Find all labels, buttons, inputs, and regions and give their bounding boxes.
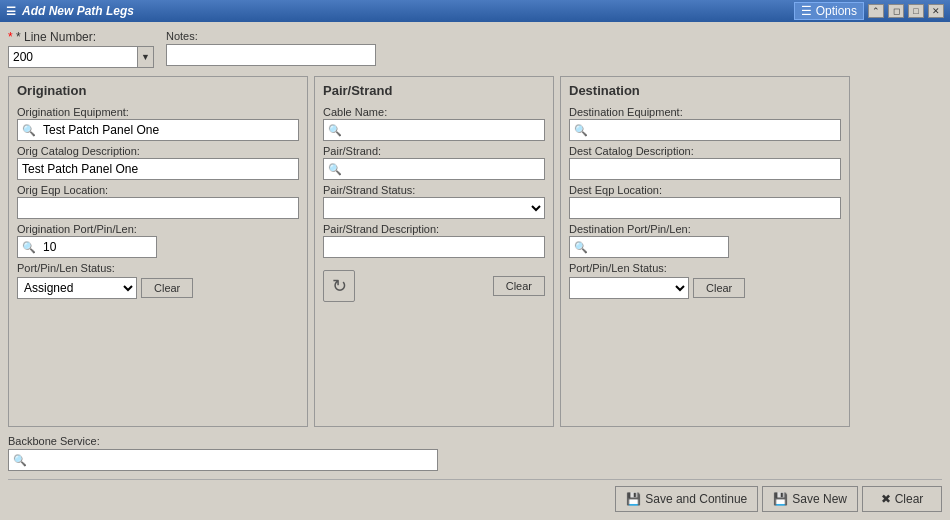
dest-port-search-icon: 🔍 [574, 241, 588, 254]
cable-name-field: Cable Name: 🔍 [323, 106, 545, 141]
dest-clear-button[interactable]: Clear [693, 278, 745, 298]
cable-name-input-wrap[interactable]: 🔍 [323, 119, 545, 141]
pair-actions-row: ↻ Clear [323, 270, 545, 302]
dest-location-field: Dest Eqp Location: [569, 184, 841, 219]
origination-title: Origination [17, 83, 299, 98]
dest-port-input[interactable] [591, 237, 749, 257]
line-number-group: * * Line Number: ▼ [8, 30, 154, 68]
save-continue-button[interactable]: 💾 Save and Continue [615, 486, 758, 512]
save-new-button[interactable]: 💾 Save New [762, 486, 858, 512]
orig-port-input-wrap[interactable]: 🔍 [17, 236, 157, 258]
notes-label: Notes: [166, 30, 376, 42]
orig-catalog-label: Orig Catalog Description: [17, 145, 299, 157]
destination-title: Destination [569, 83, 841, 98]
pair-input-wrap[interactable]: 🔍 [323, 158, 545, 180]
backbone-section: Backbone Service: 🔍 [8, 435, 942, 471]
pair-input[interactable] [345, 159, 540, 179]
dest-port-label: Destination Port/Pin/Len: [569, 223, 841, 235]
notes-group: Notes: [166, 30, 376, 66]
backbone-input-wrap[interactable]: 🔍 [8, 449, 438, 471]
dest-equip-label: Destination Equipment: [569, 106, 841, 118]
orig-status-row: Assigned Available Reserved Clear [17, 277, 299, 299]
footer: 💾 Save and Continue 💾 Save New ✖ Clear [8, 479, 942, 512]
orig-port-field: Origination Port/Pin/Len: 🔍 [17, 223, 299, 258]
pair-strand-title: Pair/Strand [323, 83, 545, 98]
maximize-button[interactable]: □ [908, 4, 924, 18]
destination-section: Destination Destination Equipment: 🔍 Des… [560, 76, 850, 427]
required-star: * [8, 30, 16, 44]
window-title: Add New Path Legs [22, 4, 134, 18]
orig-status-label: Port/Pin/Len Status: [17, 262, 299, 274]
pair-desc-input[interactable] [323, 236, 545, 258]
orig-status-select[interactable]: Assigned Available Reserved [17, 277, 137, 299]
save-new-icon: 💾 [773, 492, 788, 506]
notes-input[interactable] [166, 44, 376, 66]
save-continue-icon: 💾 [626, 492, 641, 506]
restore-button[interactable]: ◻ [888, 4, 904, 18]
dest-equip-input-wrap[interactable]: 🔍 [569, 119, 841, 141]
window-icon: ☰ [6, 5, 16, 18]
orig-equip-field: Origination Equipment: 🔍 [17, 106, 299, 141]
line-number-input[interactable] [8, 46, 138, 68]
orig-location-field: Orig Eqp Location: [17, 184, 299, 219]
dest-location-label: Dest Eqp Location: [569, 184, 841, 196]
dest-status-row: Assigned Available Reserved Clear [569, 277, 841, 299]
orig-port-search-icon: 🔍 [22, 241, 36, 254]
pair-label: Pair/Strand: [323, 145, 545, 157]
line-number-input-wrap: ▼ [8, 46, 154, 68]
orig-equip-input[interactable] [39, 120, 294, 140]
origination-section: Origination Origination Equipment: 🔍 Ori… [8, 76, 308, 427]
orig-equip-label: Origination Equipment: [17, 106, 299, 118]
top-fields: * * Line Number: ▼ Notes: [8, 30, 942, 68]
dest-status-label: Port/Pin/Len Status: [569, 262, 841, 274]
orig-port-input[interactable] [39, 237, 197, 257]
pair-clear-button[interactable]: Clear [493, 276, 545, 296]
sections-row: Origination Origination Equipment: 🔍 Ori… [8, 76, 942, 427]
orig-equip-input-wrap[interactable]: 🔍 [17, 119, 299, 141]
dest-status-select[interactable]: Assigned Available Reserved [569, 277, 689, 299]
pair-field: Pair/Strand: 🔍 [323, 145, 545, 180]
footer-clear-button[interactable]: ✖ Clear [862, 486, 942, 512]
dest-catalog-label: Dest Catalog Description: [569, 145, 841, 157]
orig-status-field: Port/Pin/Len Status: Assigned Available … [17, 262, 299, 299]
orig-location-input[interactable] [17, 197, 299, 219]
refresh-button[interactable]: ↻ [323, 270, 355, 302]
orig-catalog-input[interactable] [17, 158, 299, 180]
dest-location-input[interactable] [569, 197, 841, 219]
minimize-button[interactable]: ⌃ [868, 4, 884, 18]
pair-desc-label: Pair/Strand Description: [323, 223, 545, 235]
options-icon: ☰ [801, 4, 812, 18]
dest-catalog-field: Dest Catalog Description: [569, 145, 841, 180]
dest-equip-search-icon: 🔍 [574, 124, 588, 137]
pair-status-select[interactable]: Assigned Available Reserved [323, 197, 545, 219]
pair-status-label: Pair/Strand Status: [323, 184, 545, 196]
dest-port-field: Destination Port/Pin/Len: 🔍 [569, 223, 841, 258]
pair-strand-section: Pair/Strand Cable Name: 🔍 Pair/Strand: 🔍… [314, 76, 554, 427]
title-bar-left: ☰ Add New Path Legs [6, 4, 134, 18]
dest-catalog-input[interactable] [569, 158, 841, 180]
orig-port-label: Origination Port/Pin/Len: [17, 223, 299, 235]
dest-equip-input[interactable] [591, 120, 836, 140]
line-number-spinner[interactable]: ▼ [138, 46, 154, 68]
main-content: * * Line Number: ▼ Notes: Origination Or… [0, 22, 950, 520]
dest-port-input-wrap[interactable]: 🔍 [569, 236, 729, 258]
orig-location-label: Orig Eqp Location: [17, 184, 299, 196]
pair-status-field: Pair/Strand Status: Assigned Available R… [323, 184, 545, 219]
backbone-input[interactable] [30, 449, 433, 471]
close-button[interactable]: ✕ [928, 4, 944, 18]
line-number-label: * * Line Number: [8, 30, 154, 44]
backbone-label: Backbone Service: [8, 435, 942, 447]
footer-clear-icon: ✖ [881, 492, 891, 506]
pair-search-icon: 🔍 [328, 163, 342, 176]
orig-equip-search-icon: 🔍 [22, 124, 36, 137]
dest-status-field: Port/Pin/Len Status: Assigned Available … [569, 262, 841, 299]
cable-search-icon: 🔍 [328, 124, 342, 137]
title-bar: ☰ Add New Path Legs ☰ Options ⌃ ◻ □ ✕ [0, 0, 950, 22]
title-bar-right: ☰ Options ⌃ ◻ □ ✕ [794, 2, 944, 20]
orig-catalog-field: Orig Catalog Description: [17, 145, 299, 180]
cable-name-input[interactable] [345, 120, 540, 140]
orig-clear-button[interactable]: Clear [141, 278, 193, 298]
dest-equip-field: Destination Equipment: 🔍 [569, 106, 841, 141]
backbone-search-icon: 🔍 [13, 454, 27, 467]
options-button[interactable]: ☰ Options [794, 2, 864, 20]
